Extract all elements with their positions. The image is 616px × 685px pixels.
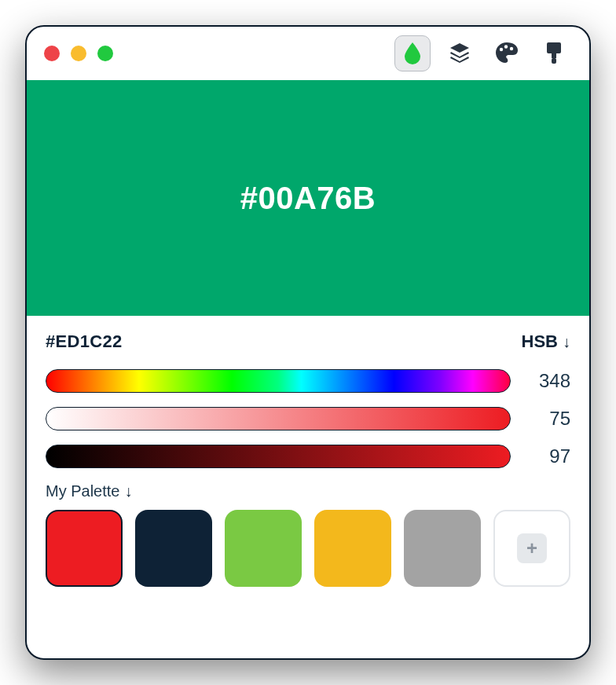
brush-tool-button[interactable] xyxy=(536,35,572,71)
toolbar xyxy=(394,35,572,71)
titlebar xyxy=(27,27,589,80)
layers-tool-button[interactable] xyxy=(442,35,478,71)
preview-hex-label: #00A76B xyxy=(240,181,376,216)
hue-slider[interactable] xyxy=(46,369,511,393)
close-window-button[interactable] xyxy=(44,46,60,61)
palette-swatch[interactable] xyxy=(46,510,123,587)
svg-point-0 xyxy=(500,47,503,50)
hue-slider-row: 348 xyxy=(46,369,570,393)
svg-rect-4 xyxy=(552,53,556,58)
palette-label-text: My Palette xyxy=(46,482,119,500)
palette-swatch[interactable] xyxy=(135,510,212,587)
palette-swatch[interactable] xyxy=(225,510,302,587)
brightness-slider[interactable] xyxy=(46,445,511,468)
palette-tool-button[interactable] xyxy=(489,35,525,71)
color-preview: #00A76B xyxy=(27,80,589,316)
palette-swatch[interactable] xyxy=(404,510,481,587)
palette-swatch[interactable] xyxy=(314,510,391,587)
svg-rect-5 xyxy=(552,58,556,64)
chevron-down-icon: ↓ xyxy=(124,482,132,500)
svg-point-2 xyxy=(510,46,513,49)
plus-icon: + xyxy=(517,533,547,563)
color-mode-selector[interactable]: HSB ↓ xyxy=(522,332,570,352)
svg-rect-3 xyxy=(547,42,561,53)
layers-icon xyxy=(448,41,471,67)
palette-selector[interactable]: My Palette ↓ xyxy=(46,482,570,500)
brightness-slider-row: 97 xyxy=(46,445,570,468)
window-controls xyxy=(44,46,113,61)
eyedropper-tool-button[interactable] xyxy=(394,35,431,71)
hue-value[interactable]: 348 xyxy=(525,370,570,392)
saturation-slider[interactable] xyxy=(46,407,511,430)
saturation-slider-row: 75 xyxy=(46,407,570,430)
controls-panel: #ED1C22 HSB ↓ 348 75 97 My Palette ↓ + xyxy=(27,316,589,606)
chevron-down-icon: ↓ xyxy=(563,333,570,351)
minimize-window-button[interactable] xyxy=(71,46,86,61)
zoom-window-button[interactable] xyxy=(97,46,113,61)
hex-mode-row: #ED1C22 HSB ↓ xyxy=(46,332,570,352)
saturation-value[interactable]: 75 xyxy=(525,408,570,430)
brightness-value[interactable]: 97 xyxy=(525,445,570,467)
add-swatch-button[interactable]: + xyxy=(493,510,570,587)
mode-label-text: HSB xyxy=(522,332,558,352)
color-picker-window: #00A76B #ED1C22 HSB ↓ 348 75 97 My Palet… xyxy=(25,25,591,660)
palette-swatches: + xyxy=(46,510,570,587)
drop-icon xyxy=(403,41,422,67)
current-hex-label[interactable]: #ED1C22 xyxy=(46,332,123,352)
brush-icon xyxy=(544,41,564,67)
svg-point-1 xyxy=(504,45,508,48)
palette-icon xyxy=(494,41,519,67)
